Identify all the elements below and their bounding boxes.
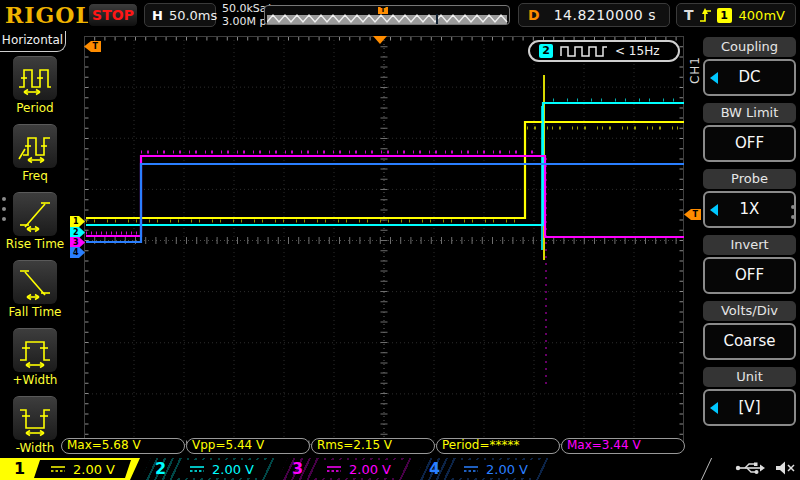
fall-time-button-label: Fall Time bbox=[0, 305, 70, 319]
top-bar: RIGOL STOP H 50.0ms 50.0kSa/s 3.00M pts … bbox=[0, 0, 800, 30]
volts-div-title: Volts/Div bbox=[703, 301, 796, 321]
measurement-4[interactable]: Period=***** bbox=[436, 438, 560, 454]
measurement-1[interactable]: Max=5.68 V bbox=[61, 438, 185, 454]
timebase-value: 50.0ms bbox=[169, 8, 217, 23]
channel-4-scale: 2.00 V bbox=[486, 462, 528, 477]
memory-waveform-strip[interactable]: T bbox=[264, 5, 510, 25]
invert-value: OFF bbox=[735, 266, 764, 284]
rising-edge-icon bbox=[699, 7, 712, 24]
volts-div-value: Coarse bbox=[723, 332, 775, 350]
channel-block-4[interactable]: 4 2.00 V bbox=[415, 458, 551, 480]
trigger-source-badge: 1 bbox=[717, 8, 732, 23]
waveform-plot bbox=[84, 36, 684, 445]
left-arrow-icon bbox=[710, 204, 718, 216]
fall-time-icon bbox=[17, 265, 53, 301]
delay-label: D bbox=[528, 7, 540, 23]
trigger-level-value: 400mV bbox=[739, 8, 785, 23]
plus-width-button-label: +Width bbox=[0, 373, 70, 387]
status-bar-separator bbox=[701, 458, 712, 480]
bw-limit-group: BW Limit OFF bbox=[703, 103, 796, 162]
trigger-frequency-badge: 2 < 15Hz bbox=[528, 40, 680, 62]
ch1-ground-marker[interactable]: 1 bbox=[70, 216, 85, 227]
coupling-value: DC bbox=[738, 68, 760, 86]
probe-value-button[interactable]: 1X bbox=[703, 191, 796, 228]
freq-icon bbox=[17, 129, 53, 165]
rise-time-icon bbox=[17, 197, 53, 233]
channel-block-2[interactable]: 2 2.00 V bbox=[141, 458, 277, 480]
period-icon bbox=[17, 61, 53, 97]
memory-waveform-icon bbox=[267, 13, 509, 25]
channel-1-number: 1 bbox=[14, 459, 25, 478]
bw-limit-value-button[interactable]: OFF bbox=[703, 125, 796, 162]
coupling-group: Coupling DC bbox=[703, 37, 796, 96]
probe-value: 1X bbox=[740, 200, 760, 218]
channel-4-number: 4 bbox=[429, 459, 440, 478]
trigger-level-marker[interactable]: T bbox=[684, 209, 701, 220]
left-arrow-icon bbox=[710, 72, 718, 84]
left-menu-page-dots bbox=[2, 197, 6, 221]
trigger-label: T bbox=[684, 7, 694, 23]
oscilloscope-screen: RIGOL STOP H 50.0ms 50.0kSa/s 3.00M pts … bbox=[0, 0, 800, 480]
delay-menu-button[interactable]: D 14.8210000 s bbox=[518, 3, 670, 27]
usb-icon[interactable] bbox=[735, 461, 765, 475]
run-state-button[interactable]: STOP bbox=[88, 3, 138, 27]
fall-time-button[interactable] bbox=[13, 260, 57, 304]
channel-status-bar: 1 2.00 V 2 2.00 V 3 bbox=[0, 458, 800, 480]
probe-group: Probe 1X bbox=[703, 169, 796, 228]
channel-2-scale: 2.00 V bbox=[212, 462, 254, 477]
horizontal-label: H bbox=[152, 8, 163, 23]
waveform-display bbox=[84, 36, 684, 445]
channel-3-scale: 2.00 V bbox=[349, 462, 391, 477]
measurement-2[interactable]: Vpp=5.44 V bbox=[186, 438, 310, 454]
memory-trigger-marker: T bbox=[378, 7, 388, 14]
dc-coupling-icon bbox=[189, 464, 205, 474]
plus-width-button[interactable] bbox=[13, 328, 57, 372]
freq-button[interactable] bbox=[13, 124, 57, 168]
right-menu-tab: CH1 bbox=[688, 56, 702, 84]
coupling-title: Coupling bbox=[703, 37, 796, 57]
ch2-ground-marker[interactable]: 2 bbox=[70, 227, 85, 238]
channel-2-number: 2 bbox=[155, 459, 166, 478]
minus-width-button-label: -Width bbox=[0, 441, 70, 455]
period-button[interactable] bbox=[13, 56, 57, 100]
unit-value-button[interactable]: [V] bbox=[703, 389, 796, 426]
speaker-muted-icon[interactable] bbox=[775, 461, 795, 475]
badge-channel-number: 2 bbox=[539, 44, 553, 58]
brand-logo: RIGOL bbox=[5, 2, 92, 28]
square-wave-icon bbox=[560, 45, 608, 58]
measurement-3[interactable]: Rms=2.15 V bbox=[311, 438, 435, 454]
bw-limit-value: OFF bbox=[735, 134, 764, 152]
minus-width-button[interactable] bbox=[13, 396, 57, 440]
unit-title: Unit bbox=[703, 367, 796, 387]
horizontal-menu-button[interactable]: H 50.0ms bbox=[144, 3, 216, 27]
rise-time-button[interactable] bbox=[13, 192, 57, 236]
minus-width-icon bbox=[17, 401, 53, 437]
invert-title: Invert bbox=[703, 235, 796, 255]
trigger-menu-button[interactable]: T 1 400mV bbox=[676, 3, 796, 27]
memory-window-cursor bbox=[436, 14, 438, 24]
volts-div-value-button[interactable]: Coarse bbox=[703, 323, 796, 360]
channel-block-1[interactable]: 1 2.00 V bbox=[0, 458, 140, 480]
channel-1-scale: 2.00 V bbox=[73, 462, 115, 477]
bw-limit-title: BW Limit bbox=[703, 103, 796, 123]
unit-group: Unit [V] bbox=[703, 367, 796, 426]
invert-group: Invert OFF bbox=[703, 235, 796, 294]
unit-value: [V] bbox=[739, 398, 761, 416]
freq-button-label: Freq bbox=[0, 169, 70, 183]
probe-title: Probe bbox=[703, 169, 796, 189]
right-menu-page-dots bbox=[791, 205, 795, 219]
rise-time-button-label: Rise Time bbox=[0, 237, 70, 251]
left-menu-title: Horizontal bbox=[0, 31, 66, 52]
trigger-frequency-value: < 15Hz bbox=[615, 44, 659, 58]
measurement-5[interactable]: Max=3.44 V bbox=[561, 438, 685, 454]
dc-coupling-icon bbox=[463, 464, 479, 474]
delay-value: 14.8210000 s bbox=[554, 7, 656, 23]
ch3-ground-marker[interactable]: 3 bbox=[70, 237, 85, 248]
channel-block-3[interactable]: 3 2.00 V bbox=[278, 458, 414, 480]
plus-width-icon bbox=[17, 333, 53, 369]
ch4-ground-marker[interactable]: 4 bbox=[70, 247, 85, 258]
volts-div-group: Volts/Div Coarse bbox=[703, 301, 796, 360]
invert-value-button[interactable]: OFF bbox=[703, 257, 796, 294]
period-button-label: Period bbox=[0, 101, 70, 115]
coupling-value-button[interactable]: DC bbox=[703, 59, 796, 96]
